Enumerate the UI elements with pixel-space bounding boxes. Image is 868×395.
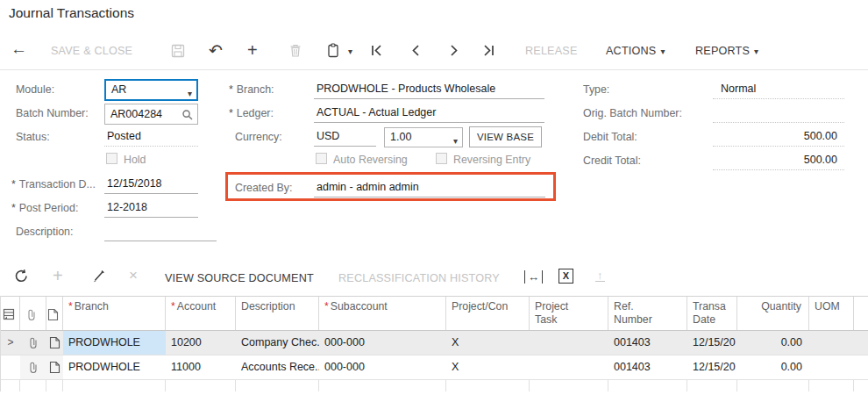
last-record-icon[interactable] (481, 43, 496, 61)
back-icon[interactable]: ← (11, 40, 27, 59)
edit-row-icon[interactable] (91, 269, 106, 286)
view-source-document-button[interactable]: VIEW SOURCE DOCUMENT (165, 272, 314, 284)
currency-code-field[interactable]: USD (314, 127, 376, 147)
cell-uom[interactable] (809, 356, 854, 379)
cell-description[interactable]: Company Chec... (236, 331, 319, 355)
column-header-account[interactable]: *Account (166, 297, 236, 330)
previous-record-icon[interactable] (409, 43, 422, 61)
hold-label: Hold (124, 154, 146, 166)
attachments-column-header[interactable] (20, 297, 46, 330)
notes-column-header[interactable] (46, 297, 63, 330)
cell-quantity[interactable]: 0.00 (737, 356, 809, 379)
first-record-icon[interactable] (369, 43, 384, 61)
transaction-date-field[interactable]: 12/15/2018 (104, 175, 198, 194)
clipboard-caret-icon[interactable]: ▾ (348, 47, 352, 56)
orig-batch-number-label: Orig. Batch Number: (583, 107, 682, 119)
cell-subaccount[interactable]: 000-000 (319, 356, 446, 379)
ledger-field[interactable]: ACTUAL - Actual Ledger (314, 104, 544, 123)
trans-date-header-line1: Transa (693, 300, 726, 312)
status-label: Status: (16, 131, 50, 143)
reclassification-history-button[interactable]: RECLASSIFICATION HISTORY (338, 272, 500, 284)
filler-cell (854, 331, 868, 355)
cell-quantity[interactable]: 0.00 (737, 331, 809, 355)
type-label: Type: (583, 83, 609, 96)
module-select[interactable]: AR ▾ (104, 79, 198, 101)
next-record-icon[interactable] (448, 43, 460, 61)
currency-label: Currency: (235, 131, 282, 143)
transaction-date-label: Transaction D... (19, 178, 96, 190)
note-icon[interactable] (46, 331, 63, 355)
column-header-project[interactable]: Project/Con (446, 297, 530, 330)
column-header-description[interactable]: Description (236, 297, 319, 330)
lookup-icon[interactable] (181, 108, 194, 127)
table-row[interactable]: PRODWHOLE 11000 Accounts Rece... 000-000… (1, 356, 868, 380)
ledger-required-mark: * (229, 107, 233, 119)
reports-label: REPORTS (695, 45, 750, 57)
auto-reversing-label: Auto Reversing (333, 154, 408, 166)
add-new-icon[interactable]: + (247, 40, 258, 61)
save-close-button[interactable]: SAVE & CLOSE (51, 45, 132, 57)
cell-account[interactable]: 10200 (166, 331, 236, 355)
auto-reversing-checkbox[interactable] (316, 153, 327, 164)
quantity-header-label: Quantity (761, 300, 801, 312)
currency-rate-select[interactable]: 1.00 ▾ (384, 127, 463, 147)
actions-menu-button[interactable]: ACTIONS▾ (606, 45, 665, 57)
cell-project-task[interactable] (530, 331, 608, 355)
post-period-field[interactable]: 12-2018 (104, 198, 198, 218)
cell-trans-date[interactable]: 12/15/20 (687, 356, 737, 379)
cell-uom[interactable] (809, 331, 854, 355)
column-header-trans-date[interactable]: TransaDate (687, 297, 737, 330)
account-required-mark: * (171, 300, 175, 312)
module-value: AR (111, 83, 126, 96)
row-settings-icon[interactable] (1, 297, 20, 330)
column-header-ref-number[interactable]: Ref.Number (608, 297, 687, 330)
post-period-required-mark: * (11, 202, 16, 214)
branch-label: Branch: (237, 83, 274, 96)
attachment-icon[interactable] (20, 356, 46, 379)
transaction-date-required-mark: * (11, 178, 16, 190)
refresh-icon[interactable] (14, 269, 29, 286)
branch-field[interactable]: PRODWHOLE - Products Wholesale (314, 80, 544, 99)
cell-branch[interactable]: PRODWHOLE (63, 356, 166, 379)
cell-project-task[interactable] (530, 356, 608, 379)
row-selector-indicator: > (1, 331, 20, 355)
save-icon[interactable] (171, 44, 185, 61)
view-base-button[interactable]: VIEW BASE (469, 126, 542, 147)
hold-checkbox[interactable] (106, 153, 117, 164)
account-header-label: Account (177, 300, 216, 312)
description-field[interactable] (104, 222, 217, 241)
reversing-entry-checkbox[interactable] (436, 153, 447, 164)
created-by-field[interactable]: admin - admin admin (314, 178, 545, 198)
grid-delete-row-icon[interactable]: × (129, 267, 138, 284)
cell-trans-date[interactable]: 12/15/20 (687, 331, 737, 355)
cell-branch[interactable]: PRODWHOLE (63, 331, 166, 355)
column-header-subaccount[interactable]: *Subaccount (319, 297, 446, 330)
clipboard-icon[interactable] (327, 43, 339, 61)
cell-ref-number[interactable]: 001403 (608, 331, 687, 355)
row-selector-cell[interactable] (1, 356, 20, 379)
cell-project[interactable]: X (446, 331, 530, 355)
cell-subaccount[interactable]: 000-000 (319, 331, 446, 355)
undo-icon[interactable]: ↶ (209, 40, 223, 61)
attachment-icon[interactable] (20, 331, 46, 355)
column-header-branch[interactable]: *Branch (63, 297, 166, 330)
batch-number-input[interactable]: AR004284 (104, 104, 198, 125)
cell-project[interactable]: X (446, 356, 530, 379)
column-header-uom[interactable]: UOM (809, 297, 854, 330)
upload-icon[interactable]: ↑ (595, 269, 605, 282)
column-header-quantity[interactable]: Quantity (737, 297, 809, 330)
release-button[interactable]: RELEASE (525, 45, 578, 57)
cell-account[interactable]: 11000 (166, 356, 236, 379)
delete-icon[interactable] (288, 43, 302, 61)
grid-add-row-icon[interactable]: + (53, 266, 63, 286)
note-icon[interactable] (46, 356, 63, 379)
fit-width-icon[interactable]: ↔ (524, 270, 543, 284)
reports-menu-button[interactable]: REPORTS▾ (695, 45, 758, 57)
export-excel-icon[interactable]: X (559, 269, 573, 284)
project-task-header-line2: Task (535, 313, 557, 326)
table-row[interactable]: > PRODWHOLE 10200 Company Chec... 000-00… (1, 331, 868, 356)
branch-required-mark: * (68, 300, 73, 312)
cell-description[interactable]: Accounts Rece... (236, 356, 319, 379)
column-header-project-task[interactable]: ProjectTask (530, 297, 608, 330)
cell-ref-number[interactable]: 001403 (608, 356, 687, 379)
